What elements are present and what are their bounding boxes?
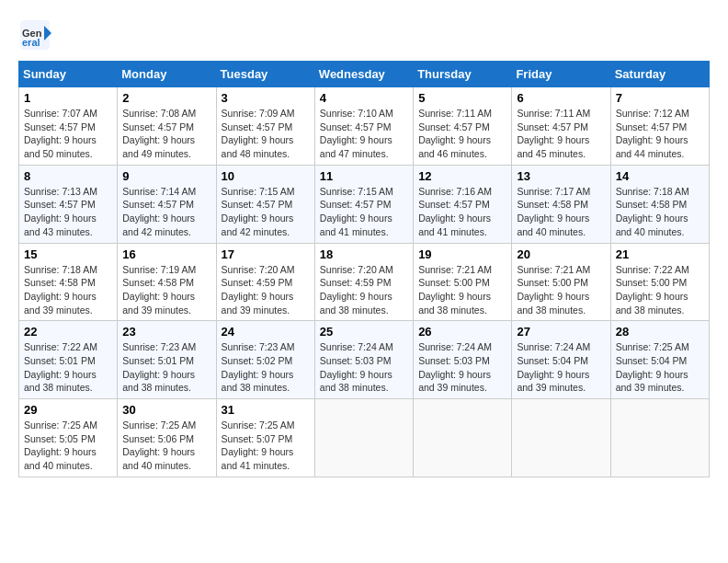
day-info: Sunrise: 7:10 AM Sunset: 4:57 PM Dayligh… xyxy=(320,107,408,161)
calendar-cell: 7 Sunrise: 7:12 AM Sunset: 4:57 PM Dayli… xyxy=(610,87,709,166)
calendar-cell: 24 Sunrise: 7:23 AM Sunset: 5:02 PM Dayl… xyxy=(216,321,314,399)
day-info: Sunrise: 7:17 AM Sunset: 4:58 PM Dayligh… xyxy=(517,185,605,239)
weekday-header: Thursday xyxy=(414,62,512,87)
weekday-header: Tuesday xyxy=(216,62,314,87)
day-info: Sunrise: 7:21 AM Sunset: 5:00 PM Dayligh… xyxy=(517,263,605,317)
weekday-header: Sunday xyxy=(19,62,118,87)
day-number: 2 xyxy=(122,91,210,105)
calendar-cell: 23 Sunrise: 7:23 AM Sunset: 5:01 PM Dayl… xyxy=(118,321,216,399)
day-info: Sunrise: 7:24 AM Sunset: 5:03 PM Dayligh… xyxy=(320,340,408,395)
day-info: Sunrise: 7:08 AM Sunset: 4:57 PM Dayligh… xyxy=(122,107,210,161)
day-number: 8 xyxy=(24,169,112,183)
day-info: Sunrise: 7:15 AM Sunset: 4:57 PM Dayligh… xyxy=(320,185,408,239)
calendar-cell: 1 Sunrise: 7:07 AM Sunset: 4:57 PM Dayli… xyxy=(19,87,118,166)
calendar-cell: 4 Sunrise: 7:10 AM Sunset: 4:57 PM Dayli… xyxy=(314,87,413,166)
day-number: 29 xyxy=(24,403,112,417)
day-info: Sunrise: 7:25 AM Sunset: 5:06 PM Dayligh… xyxy=(122,419,210,473)
day-info: Sunrise: 7:19 AM Sunset: 4:58 PM Dayligh… xyxy=(122,263,210,317)
day-info: Sunrise: 7:09 AM Sunset: 4:57 PM Dayligh… xyxy=(222,107,310,161)
calendar-cell: 13 Sunrise: 7:17 AM Sunset: 4:58 PM Dayl… xyxy=(512,165,610,243)
svg-text:eral: eral xyxy=(22,37,40,48)
day-info: Sunrise: 7:18 AM Sunset: 4:58 PM Dayligh… xyxy=(616,185,704,239)
day-info: Sunrise: 7:16 AM Sunset: 4:57 PM Dayligh… xyxy=(418,185,506,239)
calendar-cell: 17 Sunrise: 7:20 AM Sunset: 4:59 PM Dayl… xyxy=(216,243,314,321)
calendar-cell xyxy=(512,399,610,477)
calendar-cell: 5 Sunrise: 7:11 AM Sunset: 4:57 PM Dayli… xyxy=(414,87,512,166)
calendar-week-row: 8 Sunrise: 7:13 AM Sunset: 4:57 PM Dayli… xyxy=(19,165,710,243)
calendar-cell xyxy=(414,399,512,477)
day-info: Sunrise: 7:12 AM Sunset: 4:57 PM Dayligh… xyxy=(616,107,704,161)
calendar-cell: 21 Sunrise: 7:22 AM Sunset: 5:00 PM Dayl… xyxy=(610,243,709,321)
day-number: 10 xyxy=(222,169,310,183)
day-info: Sunrise: 7:11 AM Sunset: 4:57 PM Dayligh… xyxy=(418,107,506,161)
calendar-cell: 14 Sunrise: 7:18 AM Sunset: 4:58 PM Dayl… xyxy=(610,165,709,243)
day-info: Sunrise: 7:23 AM Sunset: 5:02 PM Dayligh… xyxy=(222,340,310,395)
day-number: 28 xyxy=(616,325,704,339)
calendar-cell: 9 Sunrise: 7:14 AM Sunset: 4:57 PM Dayli… xyxy=(118,165,216,243)
calendar-cell: 15 Sunrise: 7:18 AM Sunset: 4:58 PM Dayl… xyxy=(19,243,118,321)
day-number: 31 xyxy=(222,403,310,417)
day-info: Sunrise: 7:11 AM Sunset: 4:57 PM Dayligh… xyxy=(517,107,605,161)
calendar-week-row: 29 Sunrise: 7:25 AM Sunset: 5:05 PM Dayl… xyxy=(19,399,710,477)
day-number: 18 xyxy=(320,247,408,261)
day-number: 7 xyxy=(616,91,704,105)
day-number: 16 xyxy=(122,247,210,261)
calendar-cell: 19 Sunrise: 7:21 AM Sunset: 5:00 PM Dayl… xyxy=(414,243,512,321)
day-number: 26 xyxy=(418,325,506,339)
calendar-cell xyxy=(610,399,709,477)
calendar-header-row: SundayMondayTuesdayWednesdayThursdayFrid… xyxy=(19,62,710,87)
day-info: Sunrise: 7:20 AM Sunset: 4:59 PM Dayligh… xyxy=(222,263,310,317)
day-number: 30 xyxy=(122,403,210,417)
calendar-cell: 31 Sunrise: 7:25 AM Sunset: 5:07 PM Dayl… xyxy=(216,399,314,477)
day-number: 3 xyxy=(222,91,310,105)
calendar-week-row: 22 Sunrise: 7:22 AM Sunset: 5:01 PM Dayl… xyxy=(19,321,710,399)
day-number: 13 xyxy=(517,169,605,183)
calendar-cell: 6 Sunrise: 7:11 AM Sunset: 4:57 PM Dayli… xyxy=(512,87,610,166)
day-number: 11 xyxy=(320,169,408,183)
day-info: Sunrise: 7:15 AM Sunset: 4:57 PM Dayligh… xyxy=(222,185,310,239)
day-info: Sunrise: 7:14 AM Sunset: 4:57 PM Dayligh… xyxy=(122,185,210,239)
weekday-header: Saturday xyxy=(610,62,709,87)
day-info: Sunrise: 7:25 AM Sunset: 5:05 PM Dayligh… xyxy=(24,419,112,473)
day-number: 22 xyxy=(24,325,112,339)
weekday-header: Friday xyxy=(512,62,610,87)
day-info: Sunrise: 7:25 AM Sunset: 5:07 PM Dayligh… xyxy=(222,419,310,473)
calendar-cell: 2 Sunrise: 7:08 AM Sunset: 4:57 PM Dayli… xyxy=(118,87,216,166)
day-info: Sunrise: 7:23 AM Sunset: 5:01 PM Dayligh… xyxy=(122,340,210,395)
calendar-cell: 10 Sunrise: 7:15 AM Sunset: 4:57 PM Dayl… xyxy=(216,165,314,243)
day-number: 24 xyxy=(222,325,310,339)
calendar-cell xyxy=(314,399,413,477)
calendar-cell: 22 Sunrise: 7:22 AM Sunset: 5:01 PM Dayl… xyxy=(19,321,118,399)
calendar-cell: 11 Sunrise: 7:15 AM Sunset: 4:57 PM Dayl… xyxy=(314,165,413,243)
calendar-cell: 8 Sunrise: 7:13 AM Sunset: 4:57 PM Dayli… xyxy=(19,165,118,243)
calendar-week-row: 1 Sunrise: 7:07 AM Sunset: 4:57 PM Dayli… xyxy=(19,87,710,166)
calendar-cell: 29 Sunrise: 7:25 AM Sunset: 5:05 PM Dayl… xyxy=(19,399,118,477)
day-number: 9 xyxy=(122,169,210,183)
day-number: 1 xyxy=(24,91,112,105)
day-number: 25 xyxy=(320,325,408,339)
calendar-cell: 26 Sunrise: 7:24 AM Sunset: 5:03 PM Dayl… xyxy=(414,321,512,399)
day-info: Sunrise: 7:22 AM Sunset: 5:01 PM Dayligh… xyxy=(24,340,112,395)
day-number: 15 xyxy=(24,247,112,261)
calendar-cell: 18 Sunrise: 7:20 AM Sunset: 4:59 PM Dayl… xyxy=(314,243,413,321)
calendar-cell: 16 Sunrise: 7:19 AM Sunset: 4:58 PM Dayl… xyxy=(118,243,216,321)
day-info: Sunrise: 7:20 AM Sunset: 4:59 PM Dayligh… xyxy=(320,263,408,317)
calendar-cell: 27 Sunrise: 7:24 AM Sunset: 5:04 PM Dayl… xyxy=(512,321,610,399)
calendar-cell: 28 Sunrise: 7:25 AM Sunset: 5:04 PM Dayl… xyxy=(610,321,709,399)
day-info: Sunrise: 7:24 AM Sunset: 5:04 PM Dayligh… xyxy=(517,340,605,395)
calendar-cell: 3 Sunrise: 7:09 AM Sunset: 4:57 PM Dayli… xyxy=(216,87,314,166)
calendar-cell: 20 Sunrise: 7:21 AM Sunset: 5:00 PM Dayl… xyxy=(512,243,610,321)
calendar-cell: 12 Sunrise: 7:16 AM Sunset: 4:57 PM Dayl… xyxy=(414,165,512,243)
day-number: 19 xyxy=(418,247,506,261)
day-info: Sunrise: 7:18 AM Sunset: 4:58 PM Dayligh… xyxy=(24,263,112,317)
day-number: 20 xyxy=(517,247,605,261)
day-info: Sunrise: 7:22 AM Sunset: 5:00 PM Dayligh… xyxy=(616,263,704,317)
calendar-week-row: 15 Sunrise: 7:18 AM Sunset: 4:58 PM Dayl… xyxy=(19,243,710,321)
calendar-cell: 25 Sunrise: 7:24 AM Sunset: 5:03 PM Dayl… xyxy=(314,321,413,399)
day-number: 6 xyxy=(517,91,605,105)
calendar-cell: 30 Sunrise: 7:25 AM Sunset: 5:06 PM Dayl… xyxy=(118,399,216,477)
logo: Gen eral xyxy=(18,18,57,52)
day-number: 14 xyxy=(616,169,704,183)
day-info: Sunrise: 7:21 AM Sunset: 5:00 PM Dayligh… xyxy=(418,263,506,317)
page-header: Gen eral xyxy=(18,18,710,52)
